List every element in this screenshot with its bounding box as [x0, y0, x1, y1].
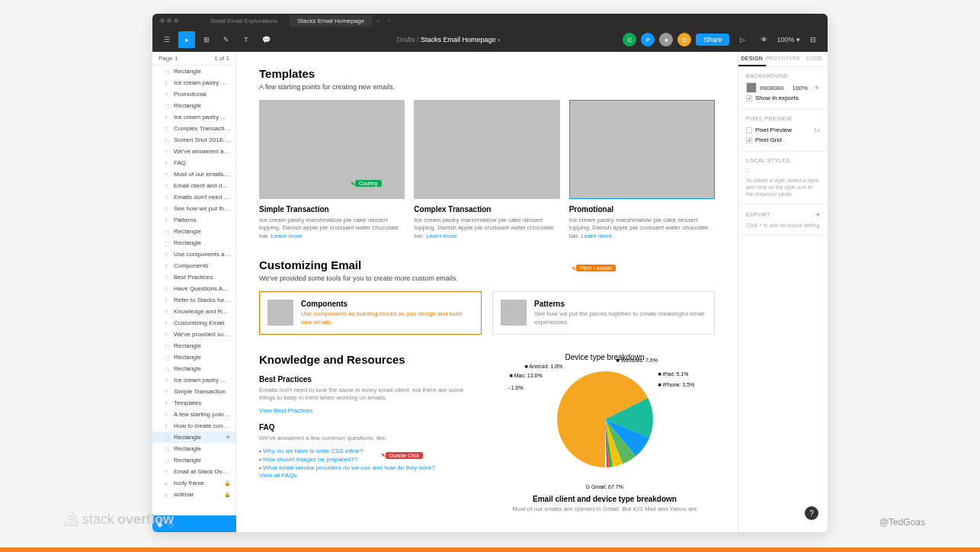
avatar[interactable]: D: [677, 33, 691, 47]
template-card[interactable]: Complex TransactionIce cream pastry mars…: [414, 100, 559, 240]
bp-link[interactable]: View Best Practices: [259, 407, 479, 414]
chart-sub: Most of our emails are opened in Gmail. …: [495, 505, 715, 512]
pie-label: ■ Mac: 13.6%: [510, 373, 543, 378]
play-icon[interactable]: ▷: [734, 31, 751, 48]
chart-caption: Email client and device type breakdown: [495, 495, 715, 503]
bg-hex[interactable]: #808080: [760, 85, 783, 91]
layer-item[interactable]: TA few starting points for crea...: [152, 409, 235, 420]
layer-item[interactable]: ▢Rectangle: [152, 100, 235, 111]
layer-item[interactable]: ▢Rectangle: [152, 363, 235, 374]
pixel-label: PIXEL PREVIEW: [746, 116, 820, 121]
pen-tool[interactable]: ✎: [218, 31, 235, 48]
layer-item[interactable]: TFAQ: [152, 157, 235, 168]
layer-item[interactable]: TSimple Transaction: [152, 386, 235, 397]
layer-item[interactable]: TUse components as building ...: [152, 249, 235, 260]
checkbox[interactable]: [746, 127, 752, 133]
tab-inactive[interactable]: Small Email Explorations: [203, 15, 285, 27]
faq-link[interactable]: What email service providers do we use a…: [259, 464, 479, 472]
menu-icon[interactable]: ☰: [159, 31, 175, 48]
export-help: Click + to add an export setting: [746, 222, 820, 229]
layer-item[interactable]: TKnowledge and Resources: [152, 306, 235, 317]
layer-item[interactable]: ▢Rectangle: [152, 340, 235, 351]
layer-item[interactable]: ▢Rectangle: [152, 226, 235, 237]
layer-item[interactable]: TPatterns: [152, 214, 235, 226]
template-card[interactable]: Simple TransactionIce cream pastry marsh…: [259, 100, 405, 240]
pie-label: ■ Windows: 7.6%: [617, 358, 658, 363]
stackoverflow-icon: [62, 511, 79, 528]
page-label[interactable]: Page 1: [159, 55, 178, 62]
multiplayer-cursor: ⬉Courtny: [351, 180, 382, 187]
move-tool[interactable]: ▸: [178, 31, 195, 48]
tab-active[interactable]: Stacks Email Homepage: [290, 15, 372, 27]
layer-item[interactable]: #sidebar🔒: [152, 489, 235, 500]
layer-item[interactable]: THow to create consistently-d...: [152, 420, 235, 432]
faq-title: FAQ: [259, 423, 479, 432]
bg-opacity[interactable]: 100%: [793, 85, 808, 91]
inspector-tab[interactable]: PROTOTYPE: [766, 52, 801, 66]
faq-link[interactable]: Why do we have to write CSS inline?: [259, 447, 479, 455]
checkbox[interactable]: [746, 95, 752, 101]
brand-logo: stackoverflow: [62, 511, 174, 528]
checkbox[interactable]: [746, 137, 752, 143]
view-icon[interactable]: 👁: [755, 31, 772, 48]
layer-item[interactable]: TComponents: [152, 260, 235, 271]
avatar[interactable]: ●: [659, 33, 673, 47]
bg-swatch[interactable]: [746, 82, 757, 93]
layer-item[interactable]: THave Questions About Email?: [152, 283, 235, 294]
add-export[interactable]: +: [815, 210, 820, 219]
layer-item[interactable]: ▢Rectangle: [152, 237, 235, 249]
multiplayer-cursor: ⬉Donnie Choi: [381, 452, 423, 459]
layer-item[interactable]: TIce cream pastry marshmallo...: [152, 77, 235, 88]
comment-tool[interactable]: 💬: [258, 31, 274, 48]
layer-item[interactable]: TSee how we put the pieces to...: [152, 203, 235, 214]
layer-item[interactable]: ▢Rectangle: [152, 66, 235, 77]
main-toolbar: ☰ ▸ ⊞ ✎ T 💬 Drafts / Stacks Email Homepa…: [152, 27, 828, 52]
layer-item[interactable]: TMost of our emails are opene...: [152, 168, 235, 180]
layer-item[interactable]: ▢Screen Shot 2018-07-05 at 1...: [152, 134, 235, 146]
help-button[interactable]: ?: [805, 506, 818, 520]
pie-label: ■ Android: 1.0%: [525, 364, 563, 369]
inspector-tab[interactable]: CODE: [800, 52, 828, 66]
breadcrumb[interactable]: Drafts / Stacks Email Homepage ▾: [280, 36, 617, 43]
inspector-tab[interactable]: DESIGN: [738, 52, 766, 66]
avatar[interactable]: C: [623, 33, 636, 47]
layer-item[interactable]: TWe've provided some tools f...: [152, 329, 235, 340]
panel-icon[interactable]: ⊟: [805, 31, 821, 48]
layer-item[interactable]: TWe've answered a few comm...: [152, 146, 235, 157]
custom-card[interactable]: PatternsSee how we put the pieces togeth…: [492, 291, 715, 335]
templates-sub: A few starting points for creating new e…: [259, 83, 715, 91]
pie-chart: [552, 366, 658, 473]
pie-label: - 1.0%: [508, 385, 524, 390]
text-tool[interactable]: T: [238, 31, 255, 48]
layer-item[interactable]: TEmails don't need to look the...: [152, 191, 235, 203]
layer-item[interactable]: TPromotional: [152, 88, 235, 100]
layer-item[interactable]: TBest Practices: [152, 271, 235, 283]
layer-item[interactable]: TIce cream pastry marshmallo...: [152, 374, 235, 386]
layer-item[interactable]: TEmail client and device type ...: [152, 180, 235, 191]
layer-item[interactable]: #body frame🔒: [152, 477, 235, 489]
template-card[interactable]: PromotionalIce cream pastry marshmallow …: [569, 100, 715, 240]
custom-card[interactable]: ComponentsUse components as building blo…: [259, 291, 482, 335]
layer-item[interactable]: TIce cream pastry marshmallo...: [152, 111, 235, 123]
layer-item[interactable]: TRefer to Stacks for guideline...: [152, 294, 235, 306]
layer-item[interactable]: ▢Rectangle: [152, 454, 235, 466]
custom-heading: Customizing Email: [259, 258, 715, 271]
zoom-level[interactable]: 100% ▾: [777, 36, 800, 43]
templates-heading: Templates: [259, 67, 715, 80]
layer-item[interactable]: TCustomizing Email: [152, 317, 235, 329]
faq-all-link[interactable]: View all FAQs: [259, 472, 479, 479]
layer-item[interactable]: ▢Rectangle: [152, 443, 235, 454]
eye-icon[interactable]: 👁: [814, 85, 820, 91]
layer-item[interactable]: TEmail at Stack Overflow: [152, 466, 235, 477]
share-button[interactable]: Share: [696, 34, 729, 46]
layer-item[interactable]: ▢Rectangle👁: [152, 432, 235, 443]
layer-item[interactable]: ▢Rectangle: [152, 351, 235, 363]
canvas[interactable]: Templates A few starting points for crea…: [236, 52, 738, 532]
faq-link[interactable]: How should images be prepared??: [259, 455, 479, 464]
multiplayer-cursor: ⬉Piper Lawson: [572, 265, 616, 271]
avatar[interactable]: P: [641, 33, 655, 47]
frame-tool[interactable]: ⊞: [198, 31, 215, 48]
layer-item[interactable]: TTemplates: [152, 397, 235, 409]
layer-item[interactable]: TComplex Transaction: [152, 123, 235, 134]
add-tab[interactable]: +: [385, 18, 395, 24]
